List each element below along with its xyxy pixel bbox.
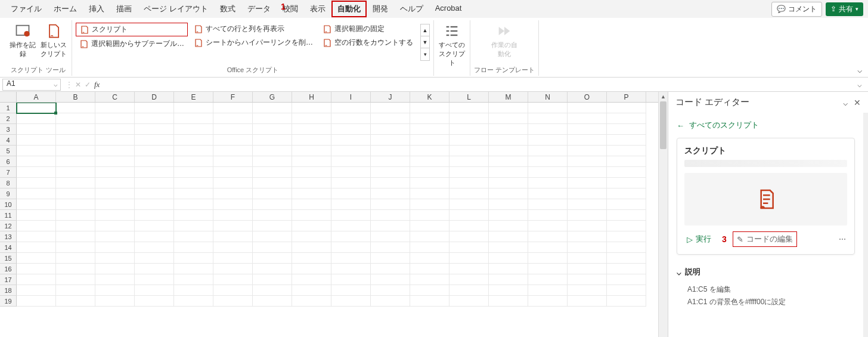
cell[interactable] [292,135,331,146]
row-header[interactable]: 13 [0,231,17,242]
cell[interactable] [17,242,56,253]
cell[interactable] [253,242,292,253]
cell[interactable] [17,274,56,285]
cell[interactable] [253,124,292,135]
cell[interactable] [174,242,213,253]
cell[interactable] [528,135,568,146]
cell[interactable] [213,253,253,264]
cell[interactable] [410,210,450,221]
cell[interactable] [213,167,253,178]
cell[interactable] [410,167,450,178]
cell[interactable] [371,199,410,210]
cell[interactable] [253,167,292,178]
cell[interactable] [450,146,489,156]
cell[interactable] [292,113,331,124]
menu-item-表示[interactable]: 表示 [304,1,331,17]
cell[interactable] [450,103,489,113]
cell[interactable] [253,210,292,221]
cell[interactable] [489,124,528,135]
cell[interactable] [56,146,95,156]
cell[interactable] [371,285,410,296]
cell[interactable] [450,253,489,264]
column-header[interactable]: G [253,92,292,102]
column-header[interactable]: D [135,92,174,102]
cell[interactable] [331,113,371,124]
cell[interactable] [528,188,568,199]
cell[interactable] [56,124,95,135]
ribbon-collapse-button[interactable]: ⌵ [857,65,862,75]
cell[interactable] [331,124,371,135]
gallery-up-button[interactable]: ▲ [421,24,429,36]
cell[interactable] [568,231,607,242]
cell[interactable] [528,264,568,274]
cell[interactable] [213,178,253,188]
cell[interactable] [371,242,410,253]
edit-code-button[interactable]: ✎ コードの編集 [733,231,797,247]
cell[interactable] [607,199,646,210]
row-header[interactable]: 11 [0,210,17,221]
cell[interactable] [450,274,489,285]
cell[interactable] [135,188,174,199]
panel-collapse-button[interactable]: ⌵ [843,98,848,107]
cell[interactable] [213,135,253,146]
cell[interactable] [95,253,135,264]
cell[interactable] [568,221,607,231]
cell[interactable] [56,188,95,199]
cell[interactable] [253,135,292,146]
panel-scrollbar[interactable] [863,113,868,337]
column-header[interactable]: K [410,92,450,102]
description-section-toggle[interactable]: ⌵ 説明 [677,263,855,283]
cell[interactable] [489,210,528,221]
cell[interactable] [56,253,95,264]
cell[interactable] [450,199,489,210]
cell[interactable] [174,264,213,274]
cell[interactable] [95,285,135,296]
scroll-up-button[interactable]: ▲ [659,92,668,101]
cell[interactable] [17,124,56,135]
menu-item-ヘルプ[interactable]: ヘルプ [394,1,429,17]
cell[interactable] [213,296,253,307]
cell[interactable] [292,124,331,135]
cell[interactable] [450,156,489,167]
column-header[interactable]: N [528,92,568,102]
cell[interactable] [331,221,371,231]
cell[interactable] [489,178,528,188]
cell[interactable] [331,199,371,210]
cell[interactable] [95,113,135,124]
cell[interactable] [135,178,174,188]
cell[interactable] [410,156,450,167]
cell[interactable] [450,285,489,296]
cell[interactable] [489,156,528,167]
cell[interactable] [410,103,450,113]
cell[interactable] [135,124,174,135]
cell[interactable] [17,199,56,210]
cell[interactable] [95,231,135,242]
cell[interactable] [174,253,213,264]
row-header[interactable]: 3 [0,124,17,135]
cell[interactable] [253,103,292,113]
cell[interactable] [489,264,528,274]
cell[interactable] [135,156,174,167]
column-header[interactable]: P [607,92,646,102]
cell[interactable] [292,210,331,221]
cell[interactable] [292,178,331,188]
column-header[interactable]: B [56,92,95,102]
cell[interactable] [331,296,371,307]
cell[interactable] [410,221,450,231]
cell[interactable] [489,199,528,210]
cell[interactable] [56,296,95,307]
cell[interactable] [331,146,371,156]
cell[interactable] [331,178,371,188]
cell[interactable] [213,221,253,231]
cell[interactable] [568,264,607,274]
cell[interactable] [410,296,450,307]
cell[interactable] [568,103,607,113]
cell[interactable] [253,221,292,231]
all-scripts-button[interactable]: すべてのスクリプト [438,20,466,70]
cell[interactable] [371,210,410,221]
cell[interactable] [56,156,95,167]
cell[interactable] [292,221,331,231]
cell[interactable] [213,188,253,199]
cell[interactable] [489,146,528,156]
cell[interactable] [489,167,528,178]
